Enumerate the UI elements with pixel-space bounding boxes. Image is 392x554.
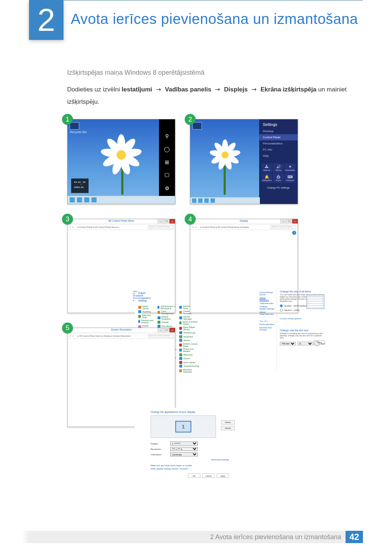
up-icon[interactable]: ↑ <box>75 226 77 228</box>
custom-sizing-link[interactable]: Custom sizing options <box>280 317 325 320</box>
see-also-link[interactable]: Devices and Printers <box>260 327 274 331</box>
back-icon[interactable]: ◄ <box>69 335 71 337</box>
control-panel-item[interactable]: Sound <box>179 357 199 360</box>
devices-icon[interactable]: 🖵 <box>164 172 170 178</box>
control-panel-item[interactable]: Device Manager <box>179 316 199 320</box>
settings-item[interactable]: PC info <box>259 147 298 153</box>
control-panel-item[interactable]: Flash Player (32-bit) <box>179 326 199 331</box>
side-link[interactable]: Calibrate color <box>260 302 274 304</box>
resolution-select[interactable]: **** × **** ▾ <box>170 447 198 451</box>
control-panel-item[interactable]: Recovery <box>179 353 199 356</box>
taskbar[interactable] <box>190 197 260 204</box>
view-by[interactable]: View by: Small icons ▾ <box>133 290 138 301</box>
control-panel-item[interactable]: File History <box>158 325 176 328</box>
search-input[interactable]: Search Control Panel <box>271 225 296 229</box>
apply-button[interactable]: Apply <box>217 473 229 478</box>
close-button[interactable]: × <box>169 219 175 223</box>
control-panel-item[interactable]: Sync Center <box>179 361 199 364</box>
search-input[interactable]: Search Control Panel <box>148 225 173 229</box>
breadcrumb[interactable]: ▸ Control Panel ▸ All Control Panel Item… <box>200 226 249 228</box>
control-panel-item[interactable]: Mouse <box>179 339 199 342</box>
breadcrumb[interactable]: ▸ All Control Panel Items ▸ Display ▸ Sc… <box>78 335 131 337</box>
display-select[interactable]: 1. ******** <box>170 442 198 446</box>
close-button[interactable]: × <box>169 328 175 332</box>
settings-icon[interactable]: ⚙ <box>165 185 170 191</box>
search-input[interactable]: Search Control Panel <box>148 334 173 338</box>
settings-item-control-panel[interactable]: Control Panel <box>259 134 298 140</box>
size-option-small[interactable] <box>280 304 283 307</box>
maximize-button[interactable]: ☐ <box>163 219 169 223</box>
forward-icon[interactable]: ► <box>195 226 197 228</box>
control-panel-item[interactable]: Date and Time <box>138 314 155 319</box>
control-panel-item[interactable]: Windows Defender <box>179 369 199 373</box>
minimize-button[interactable]: – <box>158 328 163 332</box>
detect-button[interactable]: Detect <box>221 420 235 424</box>
start-icon[interactable]: ⊞ <box>165 159 169 165</box>
brightness-icon: ☀ <box>289 165 292 169</box>
help-icon[interactable]: ? <box>292 231 296 235</box>
back-icon[interactable]: ◄ <box>69 226 71 228</box>
forward-icon[interactable]: ► <box>72 226 74 228</box>
orientation-select[interactable]: Landscape <box>170 452 198 456</box>
ok-button[interactable]: OK <box>188 473 200 478</box>
control-panel-item[interactable]: Add features to Windows 8 <box>158 305 176 309</box>
maximize-button[interactable]: ☐ <box>163 328 169 332</box>
control-panel-item[interactable]: HomeGroup <box>179 331 199 334</box>
figure-4: 4 Display –☐× ◄ ► ↑ ▸ Control Panel ▸ Al… <box>190 219 298 313</box>
text-size-link[interactable]: Make text and other items larger or smal… <box>151 464 236 467</box>
text-item-select[interactable]: Title bars <box>280 342 296 345</box>
control-panel-item[interactable]: Troubleshooting <box>179 365 199 368</box>
size-option-medium[interactable] <box>280 309 283 312</box>
settings-item[interactable]: Personalization <box>259 140 298 147</box>
side-link[interactable]: Control Panel Home <box>260 291 274 296</box>
share-icon[interactable]: ◯ <box>164 146 170 152</box>
display-preview[interactable]: 1 <box>151 415 216 438</box>
recycle-bin-icon[interactable]: Recycle Bin <box>70 122 87 134</box>
side-link[interactable]: Adjust ClearType text <box>260 311 274 315</box>
tile-network[interactable]: 🖧Network <box>261 163 272 173</box>
recycle-bin-icon[interactable] <box>192 122 202 130</box>
tile-power[interactable]: ⏻Power <box>273 173 284 183</box>
advanced-settings-link[interactable]: Advanced settings <box>151 459 229 461</box>
control-panel-item[interactable]: Color Management <box>158 310 176 315</box>
settings-item[interactable]: Help <box>259 153 298 159</box>
identify-button[interactable]: Identify <box>221 426 235 430</box>
settings-item[interactable]: Desktop <box>259 128 298 134</box>
close-button[interactable]: × <box>292 219 298 223</box>
up-icon[interactable]: ↑ <box>75 335 77 337</box>
control-panel-item[interactable]: Keyboard <box>179 335 199 338</box>
maximize-button[interactable]: ☐ <box>286 219 292 223</box>
chapter-title: Avota ierīces pievienošana un izmantošan… <box>71 11 358 27</box>
back-icon[interactable]: ◄ <box>192 226 194 228</box>
taskbar[interactable] <box>68 196 175 204</box>
see-also-link[interactable]: Personalization <box>260 323 274 325</box>
forward-icon[interactable]: ► <box>72 335 74 337</box>
control-panel-item[interactable]: Devices and Printers <box>138 319 155 324</box>
change-pc-settings-link[interactable]: Change PC settings <box>259 184 298 191</box>
help-link[interactable]: What display settings should I choose? <box>151 468 236 470</box>
control-panel-item[interactable]: Default Programs <box>158 316 176 320</box>
control-panel-item[interactable]: NVIDIA Control Panel <box>179 343 199 347</box>
control-panel-item[interactable]: Ease of Access Center <box>179 321 199 325</box>
minimize-button[interactable]: – <box>280 219 286 223</box>
up-icon[interactable]: ↑ <box>198 226 199 228</box>
control-panel-item[interactable]: Phone and Modem <box>179 348 199 352</box>
settings-title: Settings <box>259 119 298 128</box>
minimize-button[interactable]: – <box>158 219 163 223</box>
tile-volume[interactable]: 🔊Volume <box>273 163 284 173</box>
tile-brightness[interactable]: ☀Unavailable <box>285 163 295 173</box>
monitor-1-icon[interactable]: 1 <box>175 421 191 432</box>
tile-notifications[interactable]: 🔔Notifications <box>261 173 272 183</box>
side-link[interactable]: Change display settings <box>260 305 274 310</box>
search-icon[interactable]: ⚲ <box>165 133 169 139</box>
side-link-resolution[interactable]: Adjust resolution <box>260 297 274 301</box>
cp-item-icon <box>179 306 182 309</box>
cancel-button[interactable]: Cancel <box>202 473 215 478</box>
control-panel-item[interactable]: Action Center <box>138 305 155 309</box>
text-size-select[interactable]: 11 <box>297 342 313 345</box>
control-panel-item[interactable]: Display <box>158 321 176 324</box>
breadcrumb[interactable]: ▸ Control Panel ▸ All Control Panel Item… <box>78 226 119 228</box>
apply-button[interactable]: Apply <box>314 340 324 345</box>
tile-keyboard[interactable]: ⌨Keyboard <box>285 173 295 183</box>
control-panel-item[interactable]: AutoPlay <box>138 310 155 313</box>
